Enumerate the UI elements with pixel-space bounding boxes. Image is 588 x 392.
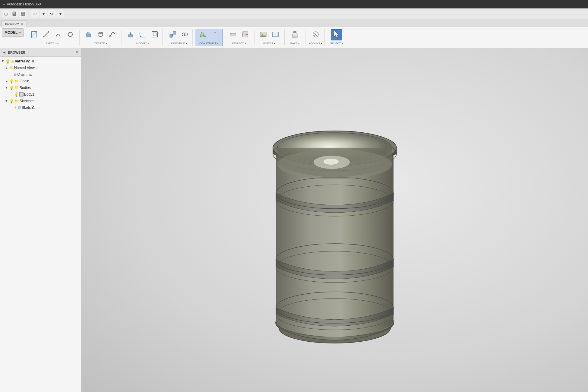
ribbon-group-insert: INSERT ▾: [256, 29, 283, 46]
modify-fillet-button[interactable]: [137, 29, 148, 40]
undo-button[interactable]: ↩: [31, 10, 39, 17]
tree-item-body1[interactable]: 💡 □ Body1: [0, 91, 81, 98]
app-icon: F: [2, 2, 5, 7]
sketch-line-button[interactable]: [40, 29, 52, 40]
inspect-group-label: INSPECT ▾: [232, 42, 246, 45]
sketch-circle-button[interactable]: [65, 29, 76, 40]
barrel-3d-model: [259, 112, 410, 338]
browser-header: ◀ BROWSER ⚙: [0, 48, 81, 57]
svg-rect-0: [13, 12, 16, 16]
barrel-root-eye[interactable]: 💡: [5, 59, 10, 64]
sketch1-eye[interactable]: 👁: [14, 106, 17, 110]
svg-point-38: [261, 33, 262, 34]
addins-buttons: [310, 29, 321, 40]
tab-close-button[interactable]: ×: [21, 22, 23, 26]
origin-arrow[interactable]: ▶: [5, 79, 8, 83]
svg-point-8: [31, 36, 32, 38]
joint-icon: [181, 30, 189, 39]
save-button[interactable]: [19, 10, 27, 17]
create-extrude-button[interactable]: [83, 29, 94, 40]
assemble-new-button[interactable]: [167, 29, 179, 40]
document-tab[interactable]: barrel v2* ×: [1, 21, 27, 27]
svg-rect-16: [109, 36, 111, 37]
ribbon-sep-8: [305, 30, 305, 45]
bodies-eye[interactable]: 💡: [9, 86, 14, 90]
assemble-buttons: [167, 29, 191, 40]
tree-item-bodies[interactable]: ▶ 💡 📁 Bodies: [0, 84, 81, 91]
assemble-joint-button[interactable]: [179, 29, 191, 40]
tree-item-named-views[interactable]: ▶ 📁 Named Views: [0, 65, 81, 71]
grid-menu-button[interactable]: ⊞: [2, 10, 10, 17]
modify-shell-button[interactable]: [149, 29, 160, 40]
construct-axis-button[interactable]: [209, 29, 221, 40]
make-3dprint-button[interactable]: [289, 29, 301, 40]
insert-canvas-icon: [271, 30, 279, 39]
3dprint-icon: [291, 30, 299, 39]
tree-item-barrel-root[interactable]: ▶ 💡 ▣ barrel v2: [0, 58, 81, 65]
sketch-group-label: SKETCH ▾: [46, 42, 59, 45]
insert-canvas-button[interactable]: [270, 29, 281, 40]
svg-rect-5: [21, 14, 24, 15]
svg-rect-17: [128, 35, 133, 37]
named-views-arrow[interactable]: ▶: [5, 66, 8, 70]
tree-item-sketch1[interactable]: 👁 ⊟ Sketch1: [0, 104, 81, 111]
svg-line-7: [31, 32, 37, 37]
svg-point-15: [98, 33, 103, 36]
body1-eye[interactable]: 💡: [14, 92, 19, 97]
svg-marker-30: [214, 31, 216, 33]
modify-press-button[interactable]: [125, 29, 136, 40]
barrel-root-arrow[interactable]: ▶: [1, 59, 5, 63]
inspect-measure-button[interactable]: [227, 29, 239, 40]
insert-image-button[interactable]: [258, 29, 269, 40]
origin-label: Origin: [20, 79, 29, 83]
sketch-buttons: [28, 29, 76, 40]
tree-item-origin[interactable]: ▶ 💡 📁 Origin: [0, 78, 81, 84]
sketch-arc-button[interactable]: [52, 29, 64, 40]
select-group-label: SELECT ▾: [330, 42, 343, 45]
ribbon-sep-4: [194, 30, 194, 45]
svg-point-12: [68, 32, 72, 36]
browser-collapse-button[interactable]: ◀: [2, 50, 7, 55]
create-sweep-button[interactable]: [107, 29, 118, 40]
ribbon-group-sketch: SKETCH ▾: [27, 29, 78, 46]
svg-line-9: [44, 32, 49, 37]
sketch1-icon: ⊟: [18, 106, 21, 110]
create-revolve-button[interactable]: [95, 29, 106, 40]
svg-line-23: [172, 33, 173, 36]
addins-scripts-button[interactable]: [310, 29, 321, 40]
svg-rect-4: [22, 12, 24, 13]
sketch1-label: Sketch1: [22, 106, 35, 110]
svg-rect-20: [153, 33, 156, 36]
construct-group-label: CONSTRUCT ▾: [199, 42, 219, 45]
inspect-section-button[interactable]: [239, 29, 251, 40]
bodies-arrow[interactable]: ▶: [5, 86, 8, 90]
file-menu-button[interactable]: [11, 10, 18, 17]
insert-group-label: INSERT ▾: [263, 42, 275, 45]
ribbon-sep-0: [25, 30, 25, 45]
viewport[interactable]: [81, 48, 588, 392]
origin-eye[interactable]: 💡: [9, 79, 14, 84]
model-dropdown[interactable]: MODEL ▼: [2, 28, 24, 37]
redo-arrow-button[interactable]: ▾: [57, 10, 64, 17]
sketch-button[interactable]: [28, 29, 40, 40]
origin-folder: 📁: [14, 79, 19, 83]
sketches-arrow[interactable]: ▶: [5, 99, 8, 103]
assemble-group-label: ASSEMBLE ▾: [170, 42, 187, 45]
svg-marker-14: [86, 32, 91, 34]
select-buttons: [331, 29, 342, 40]
redo-button[interactable]: ↪: [48, 10, 55, 17]
measure-icon: [229, 30, 237, 39]
select-button[interactable]: [331, 29, 342, 40]
sketches-eye[interactable]: 💡: [9, 99, 14, 103]
ribbon-group-select: SELECT ▾: [327, 29, 346, 46]
svg-rect-1: [13, 12, 15, 13]
model-label: MODEL: [5, 30, 17, 35]
tree-item-sketches[interactable]: ▶ 💡 📁 Sketches: [0, 98, 81, 104]
undo-arrow-button[interactable]: ▾: [40, 10, 47, 17]
browser-settings-button[interactable]: ⚙: [74, 50, 79, 55]
ribbon-sep-5: [224, 30, 224, 45]
svg-point-61: [324, 159, 339, 165]
ribbon-sep-1: [79, 30, 80, 45]
ribbon-group-construct: CONSTRUCT ▾: [195, 29, 223, 46]
construct-plane-button[interactable]: [197, 29, 209, 40]
